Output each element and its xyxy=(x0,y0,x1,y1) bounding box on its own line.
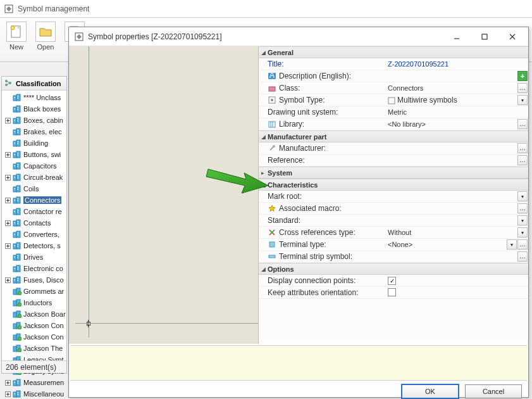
section-characteristics[interactable]: ◢Characteristics xyxy=(259,179,528,191)
tree-item-14[interactable]: Drives xyxy=(2,251,66,263)
tree-item-19[interactable]: Jackson Boar xyxy=(2,308,66,320)
svg-marker-167 xyxy=(269,205,275,212)
add-description-button[interactable] xyxy=(517,71,528,81)
prop-library-value[interactable]: <No library> xyxy=(385,120,517,128)
tree-item-label: Boxes, cabin xyxy=(23,117,63,124)
tree-item-11[interactable]: Contacts xyxy=(2,217,66,229)
tree-item-15[interactable]: Electronic co xyxy=(2,263,66,274)
crossref-dropdown[interactable] xyxy=(517,227,528,238)
ok-button[interactable]: OK xyxy=(402,384,459,398)
close-button[interactable] xyxy=(502,30,523,44)
svg-rect-39 xyxy=(13,153,16,158)
tree-item-20[interactable]: Jackson Con xyxy=(2,320,66,331)
tree-item-22[interactable]: Jackson The xyxy=(2,343,66,354)
maximize-button[interactable] xyxy=(474,30,495,44)
mark-root-dropdown[interactable] xyxy=(517,191,528,201)
manufacturer-browse-button[interactable] xyxy=(517,143,528,153)
minimize-button[interactable] xyxy=(446,30,467,44)
display-cp-checkbox[interactable] xyxy=(388,277,396,285)
svg-point-3 xyxy=(11,26,15,30)
tree-item-26[interactable]: Miscellaneou xyxy=(2,388,66,399)
section-manufacturer[interactable]: ◢Manufacturer part xyxy=(259,130,528,142)
open-button[interactable]: Open xyxy=(33,20,58,52)
tree-item-label: Connectors xyxy=(23,196,61,204)
expand-icon[interactable] xyxy=(4,197,11,204)
expand-icon[interactable] xyxy=(4,117,11,124)
dialog-titlebar[interactable]: Symbol properties [Z-20220701095221] xyxy=(69,27,528,46)
category-icon xyxy=(13,276,22,284)
class-browse-button[interactable] xyxy=(517,83,528,93)
tree-item-12[interactable]: Converters, xyxy=(2,229,66,240)
svg-point-128 xyxy=(18,337,22,341)
library-browse-button[interactable] xyxy=(517,119,528,129)
svg-rect-78 xyxy=(13,221,16,226)
standard-dropdown[interactable] xyxy=(517,215,528,225)
terminal-type-dropdown[interactable] xyxy=(507,239,517,250)
terminal-type-browse-button[interactable] xyxy=(517,239,528,250)
svg-point-116 xyxy=(18,291,22,295)
prop-terminal-type-value[interactable]: <None> xyxy=(385,241,507,248)
tree-item-8[interactable]: Coils xyxy=(2,183,66,194)
expand-icon[interactable] xyxy=(4,220,11,227)
terminal-strip-browse-button[interactable] xyxy=(517,251,528,262)
svg-rect-35 xyxy=(18,143,19,144)
svg-rect-83 xyxy=(13,232,16,238)
tree-item-10[interactable]: Contactor re xyxy=(2,206,66,217)
tree-item-label: Buttons, swi xyxy=(23,151,61,158)
cancel-button[interactable]: Cancel xyxy=(465,384,522,398)
section-system[interactable]: ▸System xyxy=(259,167,528,179)
expand-icon[interactable] xyxy=(4,243,11,250)
prop-symbol-type-value[interactable]: Multiwire symbols xyxy=(385,96,517,104)
svg-rect-91 xyxy=(13,244,16,249)
new-icon xyxy=(6,22,27,42)
svg-point-161 xyxy=(271,99,273,101)
prop-class-value[interactable]: Connectors xyxy=(385,84,517,92)
tree-item-21[interactable]: Jackson Con xyxy=(2,331,66,343)
tree-item-5[interactable]: Buttons, swi xyxy=(2,149,66,160)
svg-text:A: A xyxy=(269,73,275,79)
tree-item-18[interactable]: Inductors xyxy=(2,297,66,308)
new-button[interactable]: New xyxy=(4,20,29,52)
tree-item-13[interactable]: Detectors, s xyxy=(2,240,66,251)
reference-browse-button[interactable] xyxy=(517,155,528,165)
origin-marker xyxy=(85,320,92,327)
tree-item-6[interactable]: Capacitors xyxy=(2,160,66,172)
svg-point-131 xyxy=(18,348,22,352)
tree-item-16[interactable]: Fuses, Disco xyxy=(2,274,66,286)
svg-rect-10 xyxy=(15,97,16,98)
tree-item-0[interactable]: **** Unclass xyxy=(2,92,66,103)
tree-item-17[interactable]: Grommets ar xyxy=(2,286,66,297)
svg-rect-54 xyxy=(15,177,16,178)
expand-icon[interactable] xyxy=(4,277,11,284)
macro-browse-button[interactable] xyxy=(517,203,528,213)
tree-item-1[interactable]: Black boxes xyxy=(2,103,66,115)
tree-item-9[interactable]: Connectors xyxy=(2,194,66,206)
dialog-title: Symbol properties [Z-20220701095221] xyxy=(88,32,446,41)
section-general[interactable]: ◢General xyxy=(259,46,528,58)
tree-item-25[interactable]: Measuremen xyxy=(2,377,66,388)
prop-title-value[interactable]: Z-20220701095221 xyxy=(385,60,528,68)
svg-rect-8 xyxy=(13,96,16,101)
svg-rect-82 xyxy=(18,223,19,224)
tree-item-4[interactable]: Building xyxy=(2,137,66,149)
description-area xyxy=(70,345,527,381)
svg-rect-153 xyxy=(18,394,19,395)
expand-icon[interactable] xyxy=(4,174,11,181)
svg-rect-46 xyxy=(15,165,16,167)
expand-icon[interactable] xyxy=(4,391,11,398)
crossref-icon xyxy=(268,228,276,237)
tree-item-2[interactable]: Boxes, cabin xyxy=(2,115,66,126)
expand-icon[interactable] xyxy=(4,379,11,386)
prop-drawing-unit-value[interactable]: Metric xyxy=(385,108,528,116)
section-options[interactable]: ◢Options xyxy=(259,263,528,275)
expand-icon[interactable] xyxy=(4,151,11,158)
symbol-type-dropdown[interactable] xyxy=(517,95,528,105)
symbol-type-icon xyxy=(268,96,276,104)
prop-crossref-value[interactable]: Without xyxy=(385,229,517,236)
svg-point-125 xyxy=(18,326,22,329)
svg-rect-111 xyxy=(15,279,16,281)
svg-rect-73 xyxy=(18,210,19,211)
tree-item-3[interactable]: Brakes, elec xyxy=(2,126,66,137)
tree-item-7[interactable]: Circuit-break xyxy=(2,172,66,183)
keep-attr-checkbox[interactable] xyxy=(388,288,396,296)
